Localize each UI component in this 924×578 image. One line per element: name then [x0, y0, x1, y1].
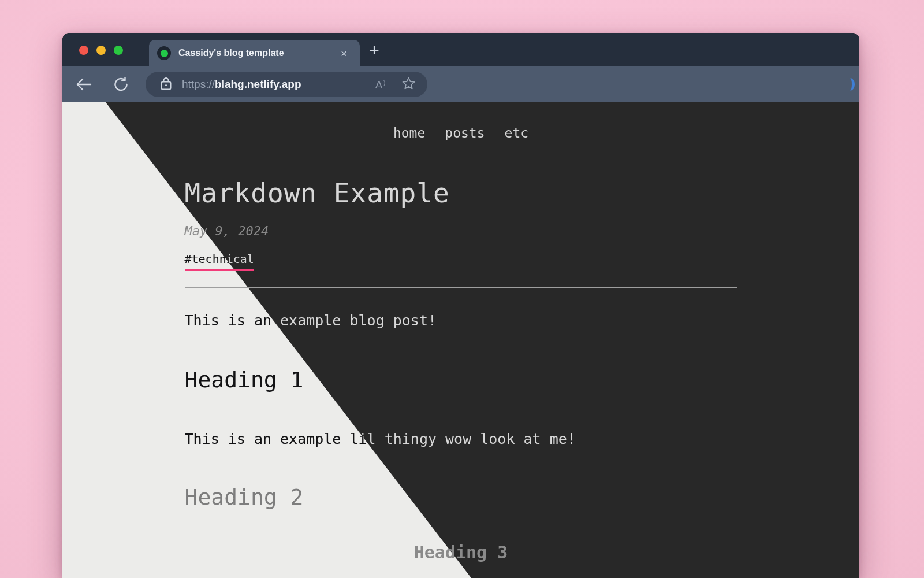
browser-tab[interactable]: Cassidy's blog template ×: [149, 40, 360, 66]
post-heading-1: Heading 1: [185, 367, 737, 392]
address-bar[interactable]: https://blahg.netlify.app A⁾: [146, 72, 427, 97]
back-icon[interactable]: [75, 77, 92, 91]
nav-link-home[interactable]: home: [393, 125, 425, 140]
post-date: May 9, 2024: [185, 224, 737, 238]
post-heading-3: Heading 3: [185, 542, 737, 562]
post-paragraph: This is an example lil thingy wow look a…: [185, 431, 737, 447]
nav-link-posts[interactable]: posts: [445, 125, 485, 140]
blog-post: Markdown Example May 9, 2024 #technical …: [185, 177, 737, 562]
window-controls: [79, 46, 123, 55]
reader-view-icon[interactable]: A⁾: [375, 78, 386, 91]
url-text[interactable]: https://blahg.netlify.app: [182, 78, 375, 91]
browser-toolbar: https://blahg.netlify.app A⁾: [62, 66, 859, 102]
new-tab-button[interactable]: +: [365, 42, 383, 60]
browser-window: Cassidy's blog template × +: [62, 33, 859, 578]
bookmark-star-icon[interactable]: [401, 76, 416, 93]
tab-favicon-icon: [157, 46, 171, 60]
post-intro-paragraph: This is an example blog post!: [185, 312, 737, 329]
post-tag-link[interactable]: #technical: [185, 252, 254, 271]
post-title: Markdown Example: [185, 177, 737, 209]
reload-icon[interactable]: [113, 77, 129, 92]
post-tag-label: #technical: [185, 252, 254, 266]
divider: [185, 287, 737, 288]
tab-title: Cassidy's blog template: [178, 48, 336, 58]
nav-link-etc[interactable]: etc: [505, 125, 529, 140]
url-host: blahg.netlify.app: [215, 78, 301, 90]
minimize-window-button[interactable]: [96, 46, 106, 55]
zoom-window-button[interactable]: [114, 46, 123, 55]
tab-bar: Cassidy's blog template × +: [62, 33, 859, 66]
blog-nav: home posts etc: [62, 125, 859, 140]
lock-icon: [161, 77, 172, 92]
page-viewport: home posts etc Markdown Example May 9, 2…: [62, 102, 859, 578]
post-heading-2: Heading 2: [185, 484, 737, 510]
url-scheme: https://: [182, 78, 215, 90]
tab-close-icon[interactable]: ×: [336, 46, 352, 61]
close-window-button[interactable]: [79, 46, 88, 55]
profile-avatar-icon[interactable]: [845, 78, 855, 91]
